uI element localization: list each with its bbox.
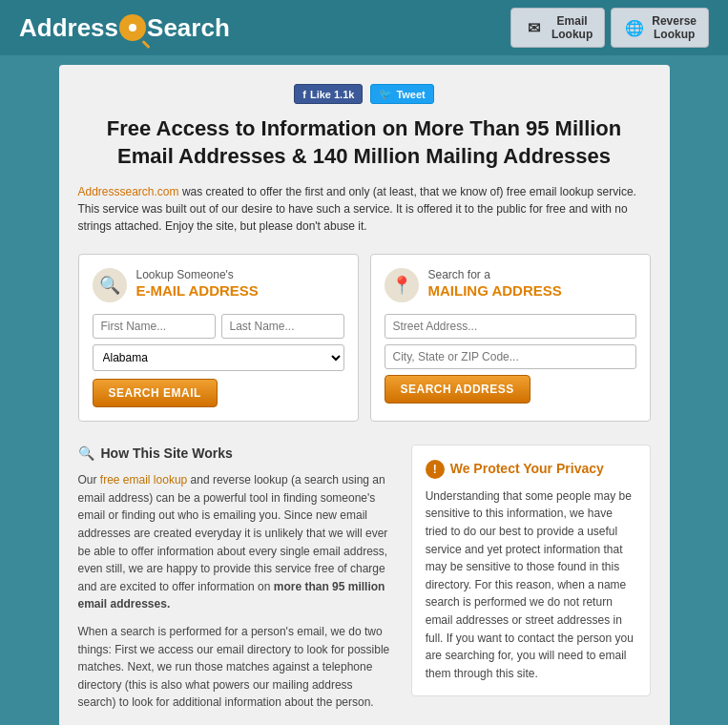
how-para-2: When a search is performed for a person'… bbox=[78, 623, 394, 712]
facebook-like-button[interactable]: f Like 1.1k bbox=[294, 84, 363, 104]
privacy-text: Understanding that some people may be se… bbox=[426, 487, 636, 683]
search-address-button[interactable]: SEARCH ADDRESS bbox=[385, 375, 530, 404]
reverse-icon: 🌐 bbox=[623, 18, 646, 37]
street-address-input[interactable] bbox=[385, 314, 636, 339]
social-bar: f Like 1.1k 🐦 Tweet bbox=[78, 84, 651, 104]
magnifier-icon: 🔍 bbox=[78, 445, 95, 462]
reverse-lookup-label: ReverseLookup bbox=[652, 14, 697, 41]
logo-search-icon bbox=[119, 14, 146, 41]
address-lookup-box: 📍 Search for a MAILING ADDRESS SEARCH AD… bbox=[370, 254, 651, 422]
email-lookup-label: EmailLookup bbox=[551, 14, 593, 41]
city-state-zip-input[interactable] bbox=[385, 344, 636, 369]
fb-icon: f bbox=[302, 89, 306, 100]
last-name-input[interactable] bbox=[221, 314, 344, 339]
email-icon: ✉ bbox=[523, 18, 546, 37]
address-box-title: Search for a MAILING ADDRESS bbox=[428, 268, 562, 299]
logo-area: Address Search bbox=[19, 13, 230, 43]
tw-icon: 🐦 bbox=[379, 88, 392, 100]
logo-search-word: Search bbox=[147, 13, 230, 43]
email-lookup-button[interactable]: ✉ EmailLookup bbox=[510, 8, 605, 48]
email-lookup-box: 🔍 Lookup Someone's E-MAIL ADDRESS Alabam… bbox=[78, 254, 359, 422]
privacy-heading-label: We Protect Your Privacy bbox=[450, 459, 604, 480]
lower-section: 🔍 How This Site Works Our free email loo… bbox=[78, 445, 651, 725]
privacy-section: ! We Protect Your Privacy Understanding … bbox=[411, 445, 651, 696]
email-search-form: AlabamaAlaskaArizona ArkansasCaliforniaC… bbox=[93, 314, 344, 407]
search-boxes: 🔍 Lookup Someone's E-MAIL ADDRESS Alabam… bbox=[78, 254, 651, 422]
main-title: Free Access to Information on More Than … bbox=[78, 115, 651, 170]
email-lookup-icon: 🔍 bbox=[93, 268, 127, 302]
intro-text: Addresssearch.com was created to offer t… bbox=[78, 183, 651, 235]
email-box-header: 🔍 Lookup Someone's E-MAIL ADDRESS bbox=[93, 268, 344, 302]
address-lookup-icon: 📍 bbox=[385, 268, 419, 302]
free-email-lookup-link[interactable]: free email lookup bbox=[100, 473, 187, 487]
privacy-icon: ! bbox=[426, 460, 445, 479]
reverse-lookup-button[interactable]: 🌐 ReverseLookup bbox=[611, 8, 709, 48]
privacy-heading: ! We Protect Your Privacy bbox=[426, 459, 636, 480]
header-buttons: ✉ EmailLookup 🌐 ReverseLookup bbox=[510, 8, 709, 48]
how-para-3: There is a reason all searches are run a… bbox=[78, 721, 394, 725]
header: Address Search ✉ EmailLookup 🌐 ReverseLo… bbox=[0, 0, 728, 55]
state-select[interactable]: AlabamaAlaskaArizona ArkansasCaliforniaC… bbox=[93, 344, 344, 371]
address-box-header: 📍 Search for a MAILING ADDRESS bbox=[385, 268, 636, 302]
address-heading-strong: MAILING ADDRESS bbox=[428, 282, 562, 300]
email-heading-top: Lookup Someone's bbox=[136, 268, 234, 281]
logo-text: Address Search bbox=[19, 13, 230, 43]
address-heading-top: Search for a bbox=[428, 268, 490, 281]
how-it-works-heading: 🔍 How This Site Works bbox=[78, 445, 394, 462]
site-link[interactable]: Addresssearch.com bbox=[78, 185, 179, 198]
address-search-form: SEARCH ADDRESS bbox=[385, 314, 636, 404]
email-box-title: Lookup Someone's E-MAIL ADDRESS bbox=[136, 268, 259, 299]
email-heading-strong: E-MAIL ADDRESS bbox=[136, 282, 259, 300]
logo-address: Address bbox=[19, 13, 118, 43]
main-wrapper: f Like 1.1k 🐦 Tweet Free Access to Infor… bbox=[59, 65, 670, 725]
how-it-works: 🔍 How This Site Works Our free email loo… bbox=[78, 445, 394, 725]
how-heading-label: How This Site Works bbox=[101, 445, 233, 461]
first-name-input[interactable] bbox=[93, 314, 216, 339]
fb-label: Like 1.1k bbox=[310, 89, 354, 100]
tw-label: Tweet bbox=[396, 89, 425, 100]
twitter-tweet-button[interactable]: 🐦 Tweet bbox=[370, 84, 433, 104]
how-para-1: Our free email lookup and reverse lookup… bbox=[78, 471, 394, 613]
name-row bbox=[93, 314, 344, 344]
search-email-button[interactable]: SEARCH EMAIL bbox=[93, 379, 218, 407]
